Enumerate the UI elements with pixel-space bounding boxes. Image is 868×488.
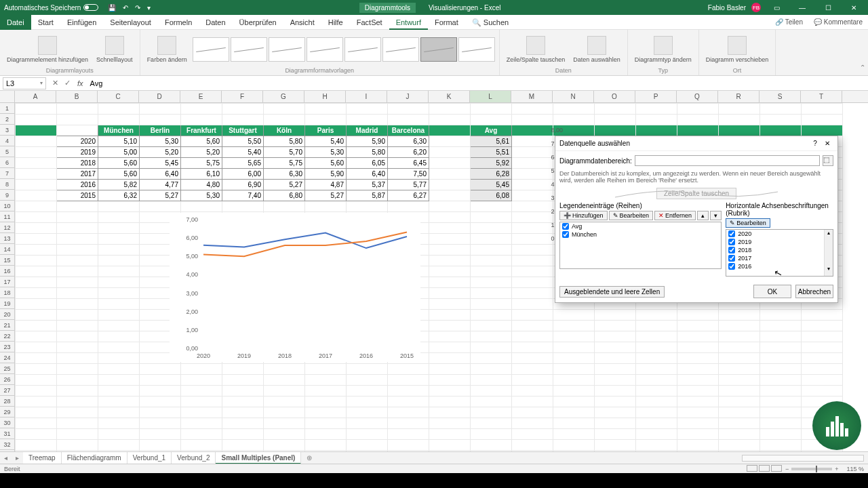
cell[interactable] [636, 353, 677, 364]
dialog-close-icon[interactable]: ✕ [821, 140, 833, 147]
col-header[interactable]: S [760, 91, 801, 102]
cell[interactable] [140, 364, 181, 375]
cell[interactable] [471, 331, 512, 342]
cell[interactable] [388, 104, 429, 115]
enter-formula-icon[interactable]: ✓ [61, 79, 73, 87]
cell[interactable] [98, 201, 140, 212]
row-header[interactable]: 25 [0, 363, 14, 374]
cell[interactable] [388, 364, 429, 375]
tab-pagelayout[interactable]: Seitenlayout [103, 15, 158, 30]
cell[interactable] [802, 331, 843, 342]
cell[interactable] [305, 429, 347, 440]
cell[interactable] [305, 375, 347, 386]
cell[interactable] [636, 440, 677, 451]
col-header[interactable]: N [553, 91, 594, 102]
cell[interactable] [98, 396, 140, 407]
cell[interactable] [98, 212, 140, 223]
row-header[interactable]: 23 [0, 342, 14, 352]
cell[interactable] [760, 331, 802, 342]
cell[interactable] [512, 266, 553, 277]
cell[interactable]: 6,20 [388, 147, 429, 158]
cell[interactable] [719, 429, 760, 440]
cell[interactable] [719, 418, 760, 429]
cell[interactable]: 5,40 [222, 147, 264, 158]
cell[interactable] [222, 201, 264, 212]
cell[interactable] [471, 104, 512, 115]
style-thumb[interactable] [193, 37, 229, 62]
cell[interactable]: 5,20 [140, 147, 181, 158]
cell[interactable] [595, 115, 636, 125]
cell[interactable] [16, 256, 57, 266]
cell[interactable]: 5,87 [347, 190, 388, 201]
cell[interactable] [719, 364, 760, 375]
cell[interactable] [305, 364, 347, 375]
cell[interactable] [512, 407, 553, 418]
cell[interactable]: 5,75 [264, 158, 305, 169]
cell[interactable]: 6,90 [222, 180, 264, 190]
cell[interactable]: 2019 [57, 147, 98, 158]
cell[interactable] [429, 147, 471, 158]
cell[interactable] [57, 212, 98, 223]
cell[interactable] [471, 321, 512, 331]
cell[interactable]: Stuttgart [222, 125, 264, 136]
cell[interactable] [760, 353, 802, 364]
cell[interactable] [429, 201, 471, 212]
cell[interactable] [140, 418, 181, 429]
cell[interactable]: 6,32 [98, 190, 140, 201]
cell[interactable]: 5,80 [264, 136, 305, 147]
cell[interactable] [264, 418, 305, 429]
cell[interactable] [16, 169, 57, 180]
ribbon-mode-icon[interactable]: ▭ [766, 4, 787, 12]
cell[interactable] [264, 407, 305, 418]
ok-button[interactable]: OK [753, 285, 791, 298]
cell[interactable] [512, 386, 553, 396]
cell[interactable] [347, 375, 388, 386]
cell[interactable] [471, 429, 512, 440]
cell[interactable] [595, 342, 636, 353]
cell[interactable] [305, 396, 347, 407]
cell[interactable] [140, 201, 181, 212]
row-header[interactable]: 4 [0, 136, 14, 146]
cell[interactable] [388, 396, 429, 407]
col-header[interactable]: J [387, 91, 429, 102]
cell[interactable] [305, 440, 347, 451]
cell[interactable] [57, 223, 98, 234]
cell[interactable] [429, 136, 471, 147]
cell[interactable] [98, 429, 140, 440]
cell[interactable] [595, 429, 636, 440]
cell[interactable] [471, 288, 512, 299]
cell[interactable]: 4,87 [305, 180, 347, 190]
tab-help[interactable]: Hilfe [321, 15, 350, 30]
cell[interactable] [677, 104, 719, 115]
cell[interactable] [636, 115, 677, 125]
cell[interactable] [57, 386, 98, 396]
cell[interactable] [677, 429, 719, 440]
cell[interactable]: Avg [471, 125, 512, 136]
style-thumb[interactable] [231, 37, 267, 62]
cell[interactable] [760, 115, 802, 125]
tab-search[interactable]: 🔍 Suchen [465, 15, 515, 30]
cell[interactable] [264, 396, 305, 407]
row-header[interactable]: 16 [0, 266, 14, 277]
cell[interactable] [429, 310, 471, 321]
cell[interactable] [429, 288, 471, 299]
embedded-chart[interactable]: 0,001,002,003,004,005,006,007,0020202019… [170, 213, 420, 362]
cell[interactable] [388, 440, 429, 451]
cell[interactable]: 7,50 [388, 169, 429, 180]
cell[interactable] [677, 310, 719, 321]
cell[interactable] [347, 440, 388, 451]
cell[interactable] [471, 375, 512, 386]
cell[interactable] [16, 321, 57, 331]
row-header[interactable]: 29 [0, 407, 14, 418]
cell[interactable] [98, 407, 140, 418]
share-button[interactable]: 🔗 Teilen [770, 18, 808, 26]
cell[interactable] [677, 115, 719, 125]
cell[interactable] [677, 331, 719, 342]
cell[interactable] [347, 115, 388, 125]
cell[interactable] [140, 375, 181, 386]
cell[interactable] [512, 288, 553, 299]
cell[interactable] [553, 375, 595, 386]
change-colors-button[interactable]: Farben ändern [144, 35, 190, 64]
zoom-level[interactable]: 115 % [846, 466, 864, 472]
cell[interactable] [760, 418, 802, 429]
